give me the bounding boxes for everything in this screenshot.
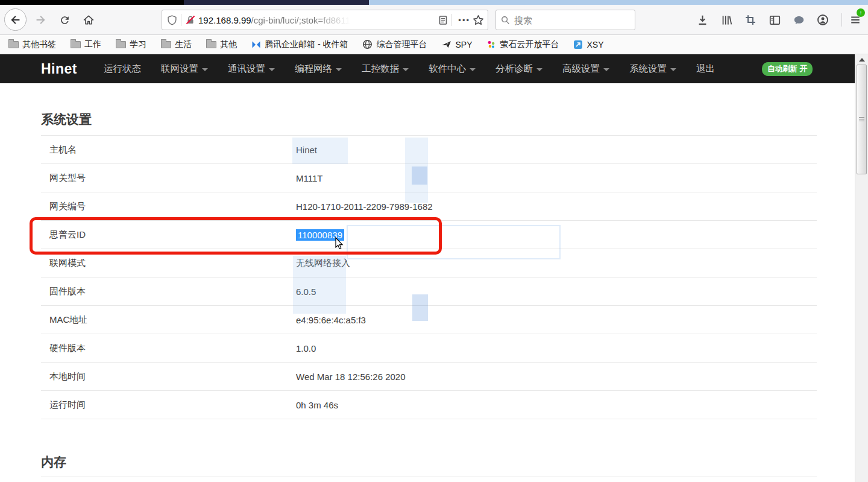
home-icon — [83, 14, 95, 26]
nav-item-network-settings[interactable]: 联网设置 — [161, 63, 208, 75]
browser-toolbar: 192.168.9.99/cgi-bin/luci/;stok=fd8611 •… — [0, 5, 868, 35]
account-button[interactable] — [814, 11, 832, 29]
nav-item-logout[interactable]: 退出 — [696, 63, 715, 75]
update-available-badge-icon[interactable]: ↑ — [857, 8, 865, 17]
system-info-table: 主机名 Hinet 网关型号 M111T 网关编号 H120-1710-2011… — [41, 135, 817, 419]
tracking-shield-icon[interactable] — [167, 15, 177, 25]
reader-mode-icon[interactable] — [438, 15, 448, 25]
bookmark-label: 萤石云开放平台 — [500, 39, 559, 50]
screenshot-button[interactable] — [741, 11, 760, 29]
bookmark-label: SPY — [455, 40, 472, 49]
search-input[interactable] — [514, 15, 617, 25]
chat-bubble-icon — [793, 14, 805, 26]
nav-item-industrial-data[interactable]: 工控数据 — [362, 63, 409, 75]
library-button[interactable] — [717, 11, 735, 29]
mouse-cursor — [333, 237, 345, 252]
row-label: 本地时间 — [41, 371, 296, 382]
insecure-lock-icon[interactable] — [185, 14, 196, 25]
caret-down-icon — [202, 68, 208, 71]
window-titlebar — [0, 0, 868, 5]
bookmark-star-icon[interactable] — [473, 14, 484, 26]
row-value: 1.0.0 — [296, 343, 316, 354]
bookmark-label: 腾讯企业邮箱 - 收件箱 — [265, 39, 348, 50]
dart-plane-icon — [441, 39, 451, 49]
messenger-extension-button[interactable] — [790, 11, 808, 29]
home-button[interactable] — [80, 11, 98, 29]
nav-item-label: 系统设置 — [629, 63, 667, 75]
nav-item-label: 退出 — [696, 63, 715, 75]
row-label: 运行时间 — [41, 399, 296, 411]
back-button[interactable] — [4, 8, 27, 31]
nav-item-diagnostics[interactable]: 分析诊断 — [495, 63, 542, 75]
forward-button[interactable] — [31, 11, 49, 29]
bookmark-folder-study[interactable]: 学习 — [116, 39, 146, 50]
row-label: 硬件版本 — [41, 343, 296, 354]
page-actions-icon[interactable]: ••• — [458, 16, 470, 25]
nav-item-running-status[interactable]: 运行状态 — [104, 63, 141, 75]
nav-item-system-settings[interactable]: 系统设置 — [629, 63, 676, 75]
scrollbar-up-arrow[interactable] — [858, 56, 866, 63]
bookmark-label: 学习 — [130, 39, 146, 50]
sidebar-button[interactable] — [766, 11, 784, 29]
bookmark-spy[interactable]: SPY — [441, 39, 472, 49]
forward-icon — [34, 13, 47, 27]
nav-item-label: 通讯设置 — [228, 63, 265, 75]
screenshot-crop-icon — [745, 14, 756, 25]
bookmark-folder-misc[interactable]: 其他 — [206, 39, 237, 50]
folder-icon — [116, 41, 126, 48]
bookmark-ezviz-platform[interactable]: 萤石云开放平台 — [486, 39, 559, 50]
bookmark-xsy[interactable]: XSY — [573, 40, 603, 49]
reload-icon — [59, 14, 71, 26]
page-scrollbar[interactable] — [855, 54, 868, 482]
nav-item-programming-network[interactable]: 编程网络 — [295, 63, 342, 75]
url-text[interactable]: 192.168.9.99/cgi-bin/luci/;stok=fd8611 — [198, 15, 438, 25]
library-icon — [721, 14, 732, 26]
urlbar-divider — [181, 14, 181, 26]
row-label: 联网模式 — [41, 258, 296, 269]
bookmark-label: 其他 — [220, 39, 237, 50]
bookmark-folder-life[interactable]: 生活 — [161, 39, 192, 50]
folder-icon — [206, 41, 216, 48]
nav-item-label: 软件中心 — [429, 63, 466, 75]
nav-item-label: 分析诊断 — [495, 63, 533, 75]
auto-refresh-badge[interactable]: 自动刷新 开 — [762, 62, 813, 76]
nav-item-comm-settings[interactable]: 通讯设置 — [228, 63, 275, 75]
compression-artifact — [292, 138, 348, 164]
bookmark-management-platform[interactable]: 综合管理平台 — [362, 39, 427, 50]
reload-button[interactable] — [55, 11, 74, 29]
caret-down-icon — [403, 68, 409, 71]
caret-down-icon — [269, 68, 275, 71]
scrollbar-thumb[interactable] — [857, 65, 867, 174]
folder-icon — [71, 41, 81, 48]
caret-down-icon — [670, 68, 676, 71]
bookmark-folder-other-bookmarks[interactable]: 其他书签 — [8, 39, 56, 50]
bookmark-label: 生活 — [175, 39, 192, 50]
table-row-mac-address: MAC地址 e4:95:6e:4c:a5:f3 — [41, 306, 817, 334]
compression-artifact — [412, 294, 428, 321]
bookmark-tencent-mail[interactable]: 腾讯企业邮箱 - 收件箱 — [251, 39, 348, 50]
titlebar-background-segment — [369, 0, 868, 5]
search-box[interactable] — [495, 10, 635, 30]
table-row-local-time: 本地时间 Wed Mar 18 12:56:26 2020 — [41, 363, 817, 391]
row-value: H120-1710-2011-2209-7989-1682 — [296, 201, 433, 212]
page-title: 系统设置 — [41, 111, 92, 128]
sidebar-icon — [769, 14, 781, 26]
url-bar[interactable]: 192.168.9.99/cgi-bin/luci/;stok=fd8611 •… — [162, 10, 488, 30]
nav-item-software-center[interactable]: 软件中心 — [429, 63, 476, 75]
brand-logo[interactable]: Hinet — [41, 61, 77, 77]
downloads-button[interactable] — [693, 11, 711, 29]
annotation-red-box — [30, 217, 442, 255]
caret-down-icon — [536, 68, 542, 71]
compression-artifact — [293, 256, 346, 314]
nav-item-advanced-settings[interactable]: 高级设置 — [562, 63, 609, 75]
row-value: 0h 3m 46s — [296, 400, 338, 410]
section-divider — [41, 477, 817, 477]
caret-down-icon — [470, 68, 476, 71]
bookmark-folder-work[interactable]: 工作 — [71, 39, 101, 50]
toolbar-divider — [841, 13, 842, 27]
triangle-up-icon — [859, 58, 865, 62]
row-label: 主机名 — [41, 144, 296, 156]
table-row-gateway-model: 网关型号 M111T — [41, 164, 817, 192]
nav-item-label: 编程网络 — [295, 63, 332, 75]
row-label: MAC地址 — [41, 314, 296, 326]
